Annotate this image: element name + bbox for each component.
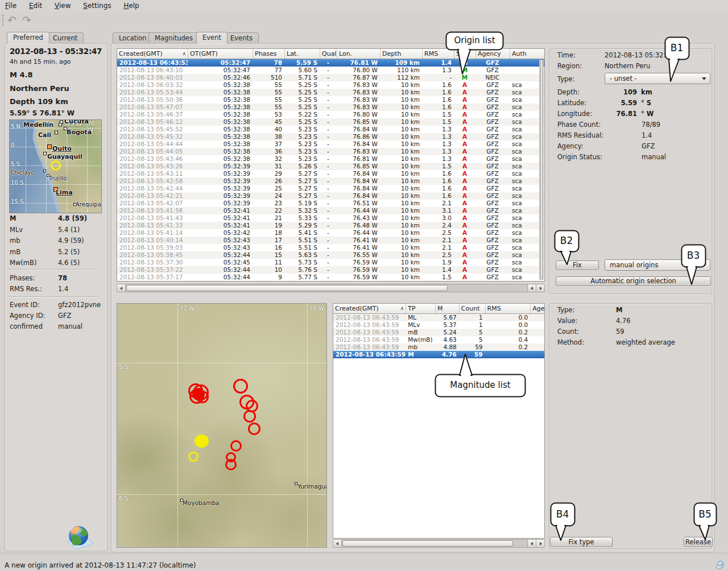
lat-label: 0 [11, 142, 14, 148]
origin-row[interactable]: 2012-08-13 05:46:37 05:32:38 53 5.22 S -… [117, 111, 544, 118]
tab-location[interactable]: Location [113, 32, 153, 44]
origin-row[interactable]: 2012-08-13 05:45:52 05:32:38 40 5.23 S -… [117, 126, 544, 133]
origin-row[interactable]: 2012-08-13 05:42:21 05:32:39 24 5.27 S -… [117, 192, 544, 200]
menu-bar: File Edit View Settings Help [0, 0, 728, 12]
menu-settings[interactable]: Settings [78, 0, 116, 11]
magnitude-row[interactable]: 2012-08-13 06:43:59 MLv 5.37 1 0.0 [333, 321, 544, 329]
origin-row[interactable]: 2012-08-13 05:50:36 05:32:38 55 5.25 S -… [117, 96, 544, 104]
origin-row[interactable]: 2012-08-13 05:37:17 05:32:44 9 5.77 S - … [117, 274, 544, 281]
origin-type-dropdown[interactable]: - unset - [605, 73, 710, 84]
origin-row[interactable]: 2012-08-13 05:37:30 05:32:45 11 5.73 S -… [117, 259, 544, 266]
tab-current[interactable]: Current [47, 32, 84, 44]
origin-row[interactable]: 2012-08-13 05:47:07 05:32:38 55 5.25 S -… [117, 104, 544, 111]
evaluation-value: manual [58, 322, 82, 330]
magnitude-table-hscrollbar[interactable] [333, 539, 545, 548]
time-label: Time: [557, 51, 576, 59]
origin-location-map[interactable]: 77 W 76 W 5 S 6 S Moyobamba Yurimagua [117, 303, 327, 548]
origin-row[interactable]: 2012-08-13 05:44:05 05:32:38 36 5.23 S -… [117, 148, 544, 155]
origin-row[interactable]: 2012-08-13 05:53:44 05:32:38 55 5.25 S -… [117, 89, 544, 96]
scroll-right-button[interactable] [536, 540, 544, 547]
origin-ring [233, 379, 248, 394]
origin-row[interactable]: 2012-08-13 05:37:22 05:32:44 10 5.76 S -… [117, 266, 544, 274]
origin-row[interactable]: 2012-08-13 05:42:07 05:32:39 23 5.19 S -… [117, 200, 544, 207]
scroll-left-button-2[interactable] [527, 284, 536, 292]
magnitude-row[interactable]: 2012-08-13 06:43:59 mB 5.24 5 0.2 [333, 329, 544, 336]
city-moyobamba: Moyobamba [183, 499, 220, 506]
column-header-auth[interactable]: Auth [510, 49, 535, 59]
origin-row[interactable]: 2012-08-13 05:41:33 05:32:41 19 5.29 S -… [117, 222, 544, 229]
column-header-depth[interactable]: Depth [380, 49, 422, 59]
lat-label: 5 N [11, 123, 20, 130]
overview-map[interactable]: 5 N 0 5 S 10 S 15 S 75 W 70 W Cúcuta Med… [9, 119, 102, 213]
rms-residual-value: 1.4 [605, 131, 710, 139]
origin-table-hscrollbar[interactable] [117, 284, 545, 292]
origin-row[interactable]: 2012-08-13 05:39:03 05:32:43 16 5.51 S -… [117, 244, 544, 251]
origin-table-vscrollbar[interactable] [539, 60, 544, 280]
scroll-left-button[interactable] [333, 540, 342, 547]
agency-value: GFZ [605, 142, 710, 150]
origin-ring [225, 459, 237, 470]
magnitude-summary-row[interactable]: Mw(mB) 4.6 (5) [0, 259, 107, 270]
origin-row[interactable]: 2012-08-13 06:03:32 05:32:38 55 5.25 S -… [117, 81, 544, 89]
agency-id-value: GFZ [58, 312, 71, 320]
origin-row[interactable]: 2012-08-13 05:41:14 05:32:42 18 5.41 S -… [117, 229, 544, 237]
magnitude-summary-row[interactable]: M 4.8 (59) [0, 214, 107, 226]
callout-b2: B2 [554, 230, 581, 266]
scroll-left-button[interactable] [117, 284, 126, 292]
origin-row[interactable]: 2012-08-13 05:41:56 05:32:41 22 5.32 S -… [117, 207, 544, 214]
lat-label: 6 S [119, 495, 128, 502]
tab-event[interactable]: Event [196, 32, 228, 44]
column-header-rms[interactable]: RMS [485, 304, 531, 313]
callout-magnitude-list: Magnitude list [435, 353, 527, 398]
column-header-lat[interactable]: Lat. [284, 49, 320, 59]
magnitude-summary-row[interactable]: MLv 5.4 (1) [0, 226, 107, 237]
forward-arrow-icon[interactable]: ↷ [19, 13, 34, 27]
column-header-created[interactable]: Created(GMT)∧ [333, 304, 406, 313]
toolbar-drag-handle[interactable] [2, 14, 4, 27]
origin-row[interactable]: 2012-08-13 05:38:45 05:32:44 15 5.63 S -… [117, 251, 544, 259]
scrollbar-thumb[interactable] [126, 285, 448, 291]
tab-events[interactable]: Events [224, 32, 259, 44]
column-header-phases[interactable]: Phases [253, 49, 284, 59]
column-header-agency[interactable]: Age [530, 304, 544, 313]
origin-ring [243, 410, 256, 423]
magnitude-summary-row[interactable]: mB 5.2 (5) [0, 248, 107, 259]
column-header-m[interactable]: M [435, 304, 459, 313]
tab-magnitudes[interactable]: Magnitudes [148, 32, 199, 44]
back-arrow-icon[interactable]: ↶ [5, 13, 19, 27]
magnitude-row[interactable]: 2012-08-13 06:43:59 Mw(mB) 4.63 5 0.4 [333, 336, 544, 344]
magnitude-row[interactable]: 2012-08-13 06:43:59 mb 4.88 59 0.2 [333, 344, 544, 351]
phase-count-value: 78/89 [605, 121, 710, 129]
origin-row[interactable]: 2012-08-13 05:44:44 05:32:38 37 5.23 S -… [117, 140, 544, 148]
menu-help[interactable]: Help [118, 0, 144, 11]
column-header-count[interactable]: Count [459, 304, 485, 313]
scrollbar-thumb[interactable] [342, 540, 513, 547]
mag-type-value: M [605, 306, 710, 314]
origin-row[interactable]: 2012-08-13 05:46:12 05:32:38 45 5.25 S -… [117, 118, 544, 126]
origin-row[interactable]: 2012-08-13 05:43:11 05:32:39 29 5.27 S -… [117, 170, 544, 177]
tab-preferred[interactable]: Preferred [7, 32, 49, 44]
origin-row[interactable]: 2012-08-13 05:43:26 05:32:39 31 5.26 S -… [117, 163, 544, 170]
origin-row[interactable]: 2012-08-13 05:42:58 05:32:39 26 5.27 S -… [117, 177, 544, 185]
column-header-qual[interactable]: Qual [320, 49, 337, 59]
menu-file[interactable]: File [0, 0, 22, 11]
column-header-created[interactable]: Created(GMT)∧ [117, 49, 188, 59]
origin-row[interactable]: 2012-08-13 05:40:14 05:32:43 17 5.51 S -… [117, 237, 544, 244]
magnitude-summary-row[interactable]: mb 4.9 (59) [0, 237, 107, 248]
origin-row[interactable]: 2012-08-13 05:45:32 05:32:38 38 5.23 S -… [117, 133, 544, 140]
column-header-tp[interactable]: TP [406, 304, 435, 313]
origin-ring-yellow [188, 452, 198, 462]
menu-view[interactable]: View [49, 0, 76, 11]
latitude-value: 5.59° S [605, 99, 710, 107]
column-header-ot[interactable]: OT(GMT) [188, 49, 253, 59]
menu-edit[interactable]: Edit [24, 0, 47, 11]
origin-row[interactable]: 2012-08-13 05:43:46 05:32:38 32 5.23 S -… [117, 155, 544, 163]
origin-row[interactable]: 2012-08-13 05:42:44 05:32:39 25 5.27 S -… [117, 185, 544, 192]
agency-id-label: Agency ID: [10, 312, 45, 320]
origin-row[interactable]: 2012-08-13 05:41:43 05:32:41 21 5.33 S -… [117, 214, 544, 222]
event-age: 4h and 15 min. ago [10, 58, 71, 65]
magnitude-row[interactable]: 2012-08-13 06:43:59 ML 5.67 1 0.0 [333, 314, 544, 321]
column-header-lon[interactable]: Lon. [337, 49, 380, 59]
scroll-left-button-2[interactable] [527, 540, 536, 547]
scroll-right-button[interactable] [536, 284, 544, 292]
